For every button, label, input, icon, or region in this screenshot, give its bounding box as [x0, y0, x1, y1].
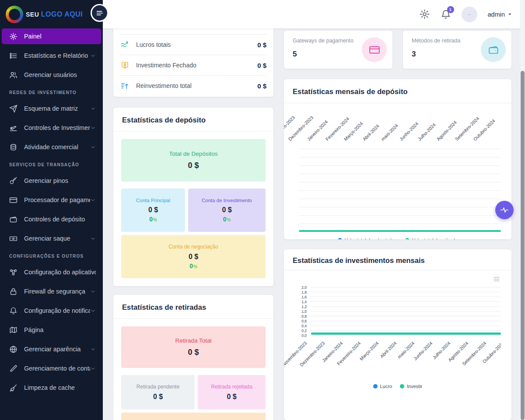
sidebar-item-pen[interactable]: Gerenciamento de contatos	[2, 360, 101, 376]
stat-value: 0 $	[257, 82, 266, 90]
y-tick-label: 1,0	[294, 309, 307, 314]
sidebar-item-credit-card[interactable]: Processador de pagamento	[2, 192, 101, 208]
sidebar-item-list[interactable]: Estatísticas e Relatório	[2, 48, 101, 63]
x-tick-label: Março-2024	[358, 340, 379, 361]
total-deposits-value: 0 $	[188, 161, 199, 170]
sidebar-item-label: Painel	[24, 33, 42, 40]
user-menu[interactable]: admin	[488, 11, 513, 18]
gridline	[310, 306, 501, 307]
pending-withdraw-box: Retirada pendente 0 $	[121, 375, 195, 410]
chart-menu-icon[interactable]	[284, 276, 501, 283]
main-account-box: Conta Principal 0 $ 0%	[121, 189, 185, 232]
stat-row: Lucros totais0 $	[120, 34, 266, 55]
cash-icon	[9, 234, 18, 243]
legend-item[interactable]: Valor total de retirada	[405, 238, 458, 239]
total-deposits-label: Total de Depósitos	[169, 150, 217, 157]
investment-chart-title: Estatísticas de investimentos mensais	[293, 256, 503, 265]
stat-label: Investimento Fechado	[136, 62, 196, 69]
stat-row: Investimento Fechado0 $	[120, 55, 266, 75]
gridline	[299, 157, 501, 158]
sidebar-item-key[interactable]: Gerenciar pinos	[2, 173, 101, 189]
total-withdraw-value: 0 $	[188, 348, 199, 357]
x-tick-label: Março-2024	[343, 121, 364, 142]
sidebar-item-bell[interactable]: Configuração de notificação	[2, 303, 101, 318]
sidebar-item-label: Esquema de matriz	[24, 105, 78, 112]
legend-item[interactable]: Valor total dos depósitos	[338, 238, 397, 239]
gridline	[299, 215, 501, 216]
main-account-value: 0 $	[148, 206, 158, 214]
logo-text: SEU LOGO AQUI	[26, 10, 83, 18]
legend-item[interactable]: Lucro	[373, 384, 392, 389]
sidebar-item-send[interactable]: Esquema de matriz	[2, 101, 101, 116]
legend-item[interactable]: Investir	[400, 384, 422, 389]
gateways-card: Gateways de pagamento 5	[284, 31, 392, 69]
gridline	[310, 311, 501, 312]
gridline	[299, 190, 501, 191]
x-tick-label: Julho-2024	[417, 122, 437, 142]
sidebar-item-gear[interactable]: Painel	[2, 28, 101, 44]
activity-fab-button[interactable]	[495, 201, 514, 219]
reinvest-icon	[120, 81, 131, 91]
sidebar-section-header: SERVIÇOS DE TRANSAÇÃO	[0, 162, 103, 167]
sidebar-item-users[interactable]: Gerenciar usuários	[2, 67, 101, 83]
caret-down-icon	[507, 11, 513, 17]
scrollbar-track	[520, 0, 525, 420]
legend-dot-icon	[405, 238, 410, 239]
deposit-stats-card: Estatísticas de depósito Total de Depósi…	[113, 108, 273, 286]
logo-rest: LOGO AQUI	[41, 10, 83, 18]
y-tick-label: 0,4	[294, 324, 307, 328]
rejected-withdraw-label: Retirada rejeitada	[211, 384, 252, 390]
totals-card: Lucros totais0 $Investimento Fechado0 $R…	[113, 28, 273, 97]
notifications-bell-icon[interactable]: 1	[441, 9, 451, 20]
investment-account-percent: 0%	[223, 216, 231, 223]
x-axis-labels: Novembro-2023Dezembro-2023Janeiro-2024Fe…	[284, 103, 511, 147]
y-tick-label: 2,0	[294, 285, 307, 290]
avatar[interactable]: –	[462, 7, 477, 22]
logo[interactable]: SEU LOGO AQUI	[0, 0, 103, 28]
chart-plot: 2,01,81,61,41,21,00,80,60,40,20,0	[294, 285, 501, 339]
sidebar-item-map[interactable]: Página	[2, 322, 101, 338]
stat-label: Reinvestimento total	[136, 82, 192, 89]
chevron-down-icon	[90, 289, 96, 294]
sidebar-item-globe[interactable]: Gerenciar aparência	[2, 341, 101, 357]
y-tick-label: 0,8	[294, 314, 307, 318]
settings-gear-icon[interactable]	[419, 9, 430, 20]
sidebar-item-nodes[interactable]: Configuração do aplicativo	[2, 264, 101, 280]
sidebar-item-cash[interactable]: Gerenciar saque	[2, 231, 101, 246]
gridline	[299, 165, 501, 166]
coins-icon	[9, 143, 18, 151]
y-tick-label: 0,2	[294, 329, 307, 333]
deposit-card-title: Estatísticas de depósito	[122, 116, 265, 124]
sidebar-item-wallet[interactable]: Controles de depósito	[2, 211, 101, 227]
chevron-down-icon	[90, 125, 96, 131]
sidebar-item-coins[interactable]: Atividade comercial	[2, 139, 101, 155]
sidebar-item-plane[interactable]: Controles de Investimento	[2, 120, 101, 136]
deposit-chart-card: Estatísticas mensais de depósito Novembr…	[284, 79, 511, 239]
y-tick-label: 1,2	[294, 304, 307, 309]
trading-account-value: 0 $	[189, 253, 198, 261]
scrollbar-thumb[interactable]	[521, 71, 525, 420]
total-withdraw-label: Retirada Total	[175, 337, 211, 344]
withdraw-methods-card: Métodos de retirada 3	[403, 31, 511, 69]
rejected-withdraw-value: 0 $	[227, 393, 236, 401]
withdraw-stats-card: Estatísticas de retiradas Retirada Total…	[113, 295, 273, 420]
gridline	[299, 224, 501, 224]
gridline	[310, 330, 501, 331]
main-area: 1 – admin Lucros totais0 $Investimento F…	[103, 0, 525, 420]
key-icon	[9, 176, 18, 185]
gridline	[299, 182, 501, 182]
trading-account-percent: 0%	[189, 262, 197, 270]
sidebar: SEU LOGO AQUI PainelEstatísticas e Relat…	[0, 0, 103, 420]
investment-account-label: Conta de Investimento	[202, 198, 252, 203]
sidebar-section-header: CONFIGURAÇÕES E OUTROS	[0, 254, 103, 259]
list-icon	[9, 51, 18, 60]
sidebar-item-broom[interactable]: Limpeza de cache	[2, 380, 101, 396]
gridline	[310, 297, 501, 297]
sidebar-item-label: Gerenciar usuários	[24, 71, 77, 78]
credit-card-icon	[362, 37, 387, 62]
y-tick-label: 0,0	[294, 333, 307, 338]
gridline	[299, 174, 501, 174]
sidebar-item-lock[interactable]: Firewall de segurança	[2, 284, 101, 299]
trading-account-label: Conta de negociação	[168, 244, 218, 250]
sidebar-toggle-button[interactable]	[91, 4, 108, 22]
